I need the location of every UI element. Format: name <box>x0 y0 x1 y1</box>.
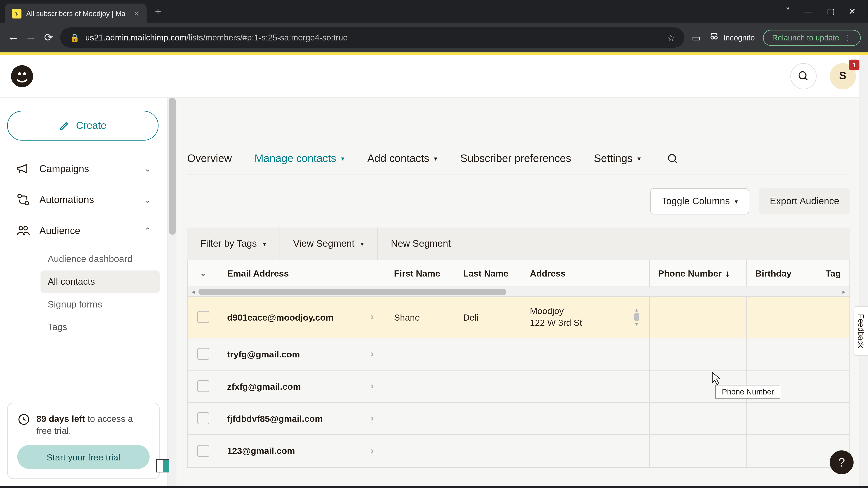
side-panel-icon[interactable]: ▭ <box>692 32 701 43</box>
column-email[interactable]: Email Address <box>219 260 385 287</box>
maximize-icon[interactable]: ▢ <box>827 6 835 16</box>
first-name-cell: Shane <box>394 312 420 322</box>
feedback-tab[interactable]: Feedback <box>854 306 868 356</box>
column-last-name[interactable]: Last Name <box>455 260 522 287</box>
expand-row-icon[interactable]: › <box>370 312 374 322</box>
sidebar-item-audience[interactable]: Audience ⌃ <box>7 217 160 244</box>
bookmark-star-icon[interactable]: ☆ <box>666 32 675 43</box>
row-checkbox[interactable] <box>197 311 209 323</box>
tab-subscriber-preferences[interactable]: Subscriber preferences <box>460 153 571 165</box>
view-segment-button[interactable]: View Segment▾ <box>280 228 378 260</box>
megaphone-icon <box>16 161 31 176</box>
window-controls: ˅ ― ▢ ✕ <box>786 6 868 16</box>
chevron-down-icon: ▾ <box>434 155 438 163</box>
scrollbar-thumb[interactable] <box>168 98 176 235</box>
chevron-down-icon: ⌄ <box>144 164 151 173</box>
close-window-icon[interactable]: ✕ <box>849 6 856 16</box>
last-name-cell: Deli <box>463 312 478 322</box>
table-row[interactable]: 123@gmail.com› <box>188 435 849 467</box>
row-checkbox[interactable] <box>197 380 209 392</box>
contacts-table: ⌄ Email Address First Name Last Name Add… <box>187 260 850 467</box>
new-tab-button[interactable]: + <box>155 5 161 18</box>
chevron-up-icon: ⌃ <box>144 226 151 235</box>
table-header: ⌄ Email Address First Name Last Name Add… <box>188 260 849 287</box>
create-button[interactable]: Create <box>7 111 159 140</box>
expand-row-icon[interactable]: › <box>370 381 374 391</box>
back-button[interactable]: ← <box>7 31 19 44</box>
table-row[interactable]: fjfdbdvf85@gmail.com› <box>188 402 849 434</box>
favicon-icon: ✳ <box>12 9 22 19</box>
start-trial-button[interactable]: Start your free trial <box>17 445 149 469</box>
notification-badge: 1 <box>849 59 860 70</box>
content-area: Overview Manage contacts▾ Add contacts▾ … <box>177 98 868 486</box>
avatar-initial: S <box>839 70 846 82</box>
expand-row-icon[interactable]: › <box>370 349 374 359</box>
row-checkbox[interactable] <box>197 348 209 360</box>
expand-row-icon[interactable]: › <box>370 445 374 456</box>
tab-overview[interactable]: Overview <box>187 153 232 165</box>
reload-button[interactable]: ⟳ <box>44 31 53 44</box>
chevron-down-icon: ▾ <box>735 197 738 205</box>
scrollbar-thumb[interactable] <box>198 289 506 295</box>
email-cell: 123@gmail.com <box>227 446 295 456</box>
minimize-icon[interactable]: ― <box>804 6 812 16</box>
browser-tab[interactable]: ✳ All subscribers of Moodjoy | Ma × <box>5 4 147 24</box>
scroll-down-arrow[interactable]: ▾ <box>635 321 638 327</box>
tab-search-button[interactable] <box>667 153 679 165</box>
scroll-up-arrow[interactable]: ▴ <box>635 307 638 313</box>
chevron-down-icon: ▾ <box>263 240 267 248</box>
trial-card: 89 days left to access a free trial. Sta… <box>7 402 160 479</box>
column-first-name[interactable]: First Name <box>385 260 455 287</box>
column-birthday[interactable]: Birthday <box>747 260 817 287</box>
close-tab-icon[interactable]: × <box>134 8 140 19</box>
svg-point-8 <box>25 201 29 205</box>
column-phone-number[interactable]: Phone Number ↓ <box>649 260 747 287</box>
chevron-down-icon: ▾ <box>638 155 641 163</box>
chevron-down-icon: ▾ <box>341 155 345 163</box>
create-label: Create <box>76 120 106 132</box>
sidebar-item-label: Campaigns <box>39 163 89 174</box>
sidebar-scrollbar[interactable] <box>167 98 176 486</box>
forward-button[interactable]: → <box>25 31 37 44</box>
new-segment-button[interactable]: New Segment <box>378 228 464 260</box>
pencil-icon <box>59 121 70 131</box>
row-checkbox[interactable] <box>197 412 209 424</box>
filter-bar: Filter by Tags▾ View Segment▾ New Segmen… <box>187 228 850 260</box>
expand-row-icon[interactable]: › <box>370 413 374 423</box>
chevron-down-icon[interactable]: ˅ <box>786 6 790 16</box>
mailchimp-logo[interactable] <box>9 64 35 89</box>
kebab-icon: ⋮ <box>844 33 852 42</box>
search-button[interactable] <box>790 63 817 89</box>
export-audience-button[interactable]: Export Audience <box>759 188 850 215</box>
svg-point-0 <box>711 36 714 39</box>
sidebar-subitem-all-contacts[interactable]: All contacts <box>40 270 160 293</box>
select-all-toggle[interactable]: ⌄ <box>200 269 207 278</box>
column-address[interactable]: Address <box>522 260 649 287</box>
sidebar-item-automations[interactable]: Automations ⌄ <box>7 186 160 213</box>
avatar[interactable]: S 1 <box>830 63 856 89</box>
tab-settings[interactable]: Settings▾ <box>594 153 641 165</box>
table-row[interactable]: tryfg@gmail.com› <box>188 338 849 370</box>
search-icon <box>667 153 679 165</box>
scroll-right-arrow[interactable]: ▸ <box>839 288 849 295</box>
color-swatch-icon[interactable] <box>156 459 169 473</box>
column-tag[interactable]: Tag <box>817 260 849 287</box>
table-row[interactable]: d901eace@moodjoy.com› Shane Deli Moodjoy… <box>188 297 849 338</box>
cell-scrollbar[interactable]: ▴ ▾ <box>632 307 641 327</box>
scrollbar-thumb[interactable] <box>634 313 639 321</box>
sidebar-subitem-audience-dashboard[interactable]: Audience dashboard <box>40 248 160 270</box>
row-checkbox[interactable] <box>197 445 209 457</box>
sidebar-subitem-signup-forms[interactable]: Signup forms <box>40 293 160 316</box>
tab-add-contacts[interactable]: Add contacts▾ <box>367 153 438 165</box>
tab-manage-contacts[interactable]: Manage contacts▾ <box>254 153 344 165</box>
relaunch-button[interactable]: Relaunch to update ⋮ <box>763 30 861 46</box>
help-button[interactable]: ? <box>830 451 854 474</box>
address-bar[interactable]: 🔒 us21.admin.mailchimp.com/lists/members… <box>60 27 684 48</box>
horizontal-scrollbar[interactable]: ◂ ▸ <box>188 287 849 297</box>
content-scrollbar[interactable] <box>860 98 868 486</box>
sidebar-item-campaigns[interactable]: Campaigns ⌄ <box>7 155 160 182</box>
filter-by-tags-button[interactable]: Filter by Tags▾ <box>187 228 280 260</box>
scroll-left-arrow[interactable]: ◂ <box>188 288 198 295</box>
toggle-columns-button[interactable]: Toggle Columns▾ <box>650 188 749 215</box>
sidebar-subitem-tags[interactable]: Tags <box>40 316 160 338</box>
